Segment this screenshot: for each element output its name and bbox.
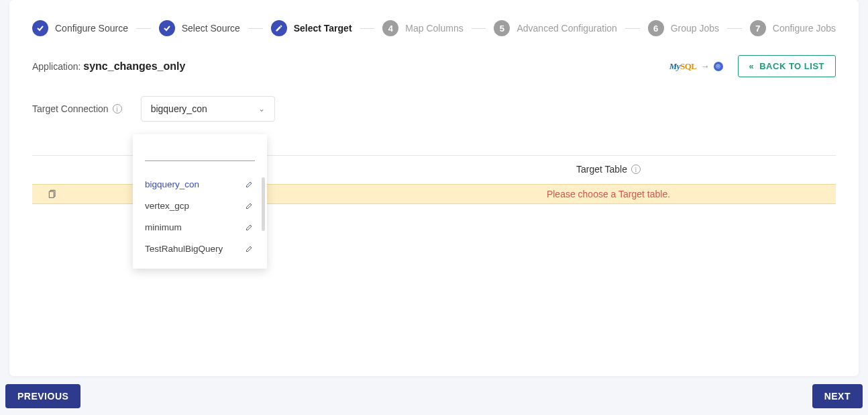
connection-dropdown: bigquery_con vertex_gcp minimum TestRahu… bbox=[133, 134, 267, 269]
dropdown-option-vertex-gcp[interactable]: vertex_gcp bbox=[133, 195, 267, 216]
step-label: Map Columns bbox=[405, 23, 463, 34]
dropdown-search-input[interactable] bbox=[145, 146, 255, 161]
option-label: TestRahulBigQuery bbox=[145, 244, 223, 254]
next-button[interactable]: NEXT bbox=[812, 384, 863, 408]
step-divider bbox=[136, 28, 151, 29]
step-label: Select Source bbox=[182, 23, 240, 34]
clipboard-icon bbox=[32, 188, 72, 201]
step-number: 7 bbox=[750, 20, 766, 36]
step-label: Select Target bbox=[294, 23, 352, 34]
step-divider bbox=[727, 28, 742, 29]
svg-rect-1 bbox=[49, 191, 54, 197]
application-label: Application: sync_changes_only bbox=[32, 60, 185, 73]
edit-icon[interactable] bbox=[244, 243, 255, 254]
dropdown-option-testrahulbigquery[interactable]: TestRahulBigQuery bbox=[133, 238, 267, 259]
step-select-source[interactable]: Select Source bbox=[159, 20, 240, 36]
step-configure-source[interactable]: Configure Source bbox=[32, 20, 128, 36]
step-label: Group Jobs bbox=[671, 23, 719, 34]
step-divider bbox=[248, 28, 263, 29]
step-label: Configure Jobs bbox=[773, 23, 836, 34]
back-to-list-button[interactable]: « BACK TO LIST bbox=[738, 55, 836, 77]
step-configure-jobs[interactable]: 7 Configure Jobs bbox=[750, 20, 836, 36]
chevron-double-left-icon: « bbox=[749, 61, 755, 71]
step-divider bbox=[360, 28, 375, 29]
option-label: vertex_gcp bbox=[145, 201, 189, 211]
previous-button[interactable]: PREVIOUS bbox=[5, 384, 80, 408]
target-connection-row: Target Connection i bigquery_con ⌄ bbox=[32, 96, 836, 122]
target-connection-label: Target Connection i bbox=[32, 103, 122, 114]
step-label: Configure Source bbox=[55, 23, 128, 34]
application-name: sync_changes_only bbox=[83, 60, 185, 72]
edit-icon[interactable] bbox=[244, 200, 255, 211]
step-number: 4 bbox=[382, 20, 398, 36]
check-icon bbox=[32, 20, 48, 36]
step-advanced-configuration[interactable]: 5 Advanced Configuration bbox=[494, 20, 616, 36]
select-value: bigquery_con bbox=[151, 103, 207, 114]
step-number: 5 bbox=[494, 20, 510, 36]
step-divider bbox=[625, 28, 640, 29]
chevron-down-icon: ⌄ bbox=[258, 104, 265, 113]
flow-indicator: MySQL → ◎ bbox=[669, 61, 723, 72]
arrow-right-icon: → bbox=[701, 61, 710, 71]
step-group-jobs[interactable]: 6 Group Jobs bbox=[648, 20, 719, 36]
step-divider bbox=[472, 28, 486, 29]
footer-nav: PREVIOUS NEXT bbox=[0, 381, 868, 415]
application-prefix: Application: bbox=[32, 61, 83, 72]
back-label: BACK TO LIST bbox=[759, 61, 824, 71]
option-label: minimum bbox=[145, 222, 182, 232]
dropdown-option-bigquery-con[interactable]: bigquery_con bbox=[133, 173, 267, 195]
pencil-icon bbox=[271, 20, 287, 36]
step-select-target[interactable]: Select Target bbox=[271, 20, 352, 36]
step-number: 6 bbox=[648, 20, 664, 36]
step-label: Advanced Configuration bbox=[517, 23, 616, 34]
target-cell: Please choose a Target table. bbox=[381, 189, 836, 199]
edit-icon[interactable] bbox=[244, 222, 255, 232]
stepper: Configure Source Select Source Select Ta… bbox=[32, 20, 836, 36]
option-label: bigquery_con bbox=[145, 179, 199, 189]
wizard-card: Configure Source Select Source Select Ta… bbox=[9, 0, 859, 376]
conn-label-text: Target Connection bbox=[32, 103, 109, 114]
header-target: Target Table i bbox=[381, 164, 836, 175]
header-target-text: Target Table bbox=[576, 164, 627, 175]
info-icon[interactable]: i bbox=[631, 165, 641, 174]
edit-icon[interactable] bbox=[244, 179, 255, 189]
dropdown-scrollbar[interactable] bbox=[262, 177, 265, 231]
step-map-columns[interactable]: 4 Map Columns bbox=[382, 20, 463, 36]
application-row: Application: sync_changes_only MySQL → ◎… bbox=[32, 55, 836, 77]
check-icon bbox=[159, 20, 175, 36]
info-icon[interactable]: i bbox=[113, 104, 122, 113]
dropdown-option-minimum[interactable]: minimum bbox=[133, 216, 267, 238]
target-connection-select[interactable]: bigquery_con ⌄ bbox=[141, 96, 275, 122]
mysql-icon: MySQL bbox=[669, 61, 697, 72]
bigquery-icon: ◎ bbox=[714, 62, 723, 71]
